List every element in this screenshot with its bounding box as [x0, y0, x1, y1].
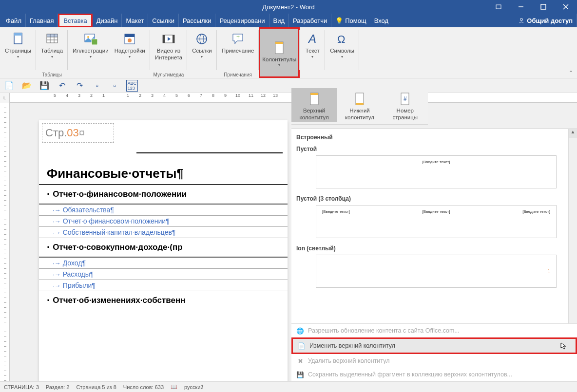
submenu-footer[interactable]: Нижний колонтитул: [337, 88, 382, 122]
gallery-office-update[interactable]: 🌐 Разрешить обновление контента с сайта …: [291, 324, 577, 337]
menu-help[interactable]: 💡Помощ: [331, 14, 370, 27]
chevron-down-icon: ▾: [201, 55, 203, 59]
menu-design[interactable]: Дизайн: [93, 14, 122, 27]
svg-rect-16: [92, 39, 97, 45]
menu-developer[interactable]: Разработчи: [289, 14, 331, 27]
ribbon-symbols[interactable]: Ω Символы ▾: [327, 28, 357, 60]
status-language[interactable]: русский: [184, 384, 203, 390]
svg-point-5: [520, 19, 523, 21]
menu-insert[interactable]: Вставка: [58, 14, 92, 27]
ribbon-options-icon[interactable]: [487, 0, 510, 14]
spelling-icon[interactable]: ABC123: [127, 80, 137, 91]
svg-rect-33: [310, 93, 318, 95]
status-page[interactable]: СТРАНИЦА: 3: [4, 384, 39, 390]
status-section[interactable]: Раздел: 2: [46, 384, 70, 390]
ribbon: Страницы ▾ Таблица ▾ Таблицы Иллюстрации…: [0, 27, 577, 78]
ribbon-comment[interactable]: + Примечание: [219, 28, 257, 56]
open-icon[interactable]: 📂: [21, 80, 32, 91]
collapse-ribbon-icon[interactable]: ⌃: [569, 70, 573, 76]
doc-heading1: Финансовые·отчеты¶: [39, 163, 288, 185]
svg-rect-29: [275, 42, 283, 44]
svg-point-19: [128, 38, 132, 42]
svg-text:A: A: [308, 32, 316, 45]
gallery-remove-header[interactable]: ✖ Удалить верхний колонтитул: [291, 354, 577, 368]
svg-text:#: #: [404, 95, 407, 102]
new-doc-icon[interactable]: 📄: [4, 80, 15, 91]
status-words[interactable]: Число слов: 633: [123, 384, 164, 390]
doc-heading2: Отчет·о·совокупном·доходе·(пр: [39, 238, 288, 258]
minimize-icon[interactable]: [510, 0, 532, 14]
svg-text:+: +: [236, 34, 240, 40]
delete-icon: ✖: [296, 357, 304, 365]
gallery-item-blank[interactable]: [Введите текст]: [316, 155, 557, 188]
status-page-of[interactable]: Страница 5 из 8: [76, 384, 116, 390]
gallery-save-selection[interactable]: 💾 Сохранить выделенный фрагмент в коллек…: [291, 368, 577, 381]
quick-access-toolbar: 📄 📂 💾 ↶ ↷ ▫ ▫ ABC123: [0, 78, 577, 93]
window-title: Документ2 - Word: [262, 3, 314, 11]
svg-point-15: [87, 36, 89, 38]
menu-home[interactable]: Главная: [26, 14, 58, 27]
gallery-item-label: Пустой: [296, 143, 572, 154]
menu-share[interactable]: Общий доступ: [514, 14, 577, 27]
chevron-down-icon: ▾: [278, 63, 280, 67]
ribbon-illustrations[interactable]: Иллюстрации ▾: [70, 28, 112, 60]
gallery-item-ion[interactable]: 1: [316, 255, 557, 288]
undo-icon[interactable]: ↶: [57, 80, 67, 91]
ribbon-video[interactable]: Видео из Интернета: [152, 28, 185, 62]
submenu-pagenumber[interactable]: # Номер страницы: [383, 88, 428, 122]
gallery-section-label: Встроенный: [296, 132, 572, 143]
menu-layout[interactable]: Макет: [122, 14, 148, 27]
qat-icon[interactable]: ▫: [109, 80, 120, 91]
svg-rect-2: [541, 4, 546, 9]
titlebar: Документ2 - Word: [0, 0, 577, 14]
ribbon-addins[interactable]: Надстройки ▾: [112, 28, 148, 60]
doc-heading2: Отчет·о·финансовом·положении: [39, 185, 288, 205]
ribbon-table[interactable]: Таблица ▾: [38, 28, 66, 60]
horizontal-ruler[interactable]: L 54321 12345678910111213: [0, 93, 577, 103]
gallery-item-label: Ion (светлый): [296, 242, 572, 254]
ribbon-text[interactable]: A Текст ▾: [302, 28, 323, 60]
save-icon[interactable]: 💾: [39, 80, 50, 91]
gallery-item-blank3[interactable]: [Введите текст] [Введите текст] [Введите…: [316, 205, 557, 238]
menu-view[interactable]: Вид: [269, 14, 289, 27]
menu-references[interactable]: Ссылки: [148, 14, 179, 27]
document-icon: 📄: [298, 342, 306, 350]
svg-rect-35: [356, 103, 364, 105]
list-item: Доход¶: [39, 258, 288, 269]
list-item: Обязательства¶: [39, 205, 288, 216]
svg-rect-18: [125, 34, 135, 37]
chevron-down-icon: ▾: [17, 55, 19, 59]
page-header[interactable]: Стр.03¤: [42, 123, 114, 143]
chevron-down-icon: ▾: [90, 55, 92, 59]
svg-rect-13: [47, 34, 58, 37]
ribbon-pages[interactable]: Страницы ▾: [2, 28, 34, 60]
chevron-down-icon: ▾: [129, 55, 131, 59]
menu-mailings[interactable]: Рассылки: [179, 14, 215, 27]
cursor-icon: [560, 342, 568, 350]
redo-icon[interactable]: ↷: [74, 80, 85, 91]
globe-icon: 🌐: [296, 327, 304, 335]
menu-signin[interactable]: Вход: [370, 14, 392, 27]
headerfooter-submenu: Верхний колонтитул Нижний колонтитул # Н…: [291, 86, 428, 125]
close-icon[interactable]: [555, 0, 577, 14]
gallery-edit-header[interactable]: 📄 Изменить верхний колонтитул: [291, 337, 577, 354]
svg-rect-0: [496, 5, 501, 9]
ribbon-headerfooter[interactable]: Колонтитулы ▾: [259, 27, 300, 78]
document-page: Стр.03¤ Финансовые·отчеты¶ Отчет·о·финан…: [39, 120, 288, 381]
scroll-up-icon[interactable]: ▲: [569, 129, 577, 138]
qat-icon[interactable]: ▫: [92, 80, 102, 91]
chevron-down-icon: ▾: [311, 55, 313, 59]
list-item: Отчет·о·финансовом·положении¶: [39, 216, 288, 227]
vertical-ruler[interactable]: [0, 103, 10, 381]
ruler-corner: L: [0, 93, 10, 103]
proofing-icon[interactable]: 📖: [171, 384, 177, 390]
menu-file[interactable]: Файл: [2, 14, 26, 27]
chevron-down-icon: ▾: [51, 55, 53, 59]
header-gallery: Встроенный Пустой [Введите текст] Пустой…: [291, 129, 577, 381]
submenu-header[interactable]: Верхний колонтитул: [291, 88, 337, 122]
save-icon: 💾: [296, 371, 304, 378]
menu-review[interactable]: Рецензировани: [215, 14, 269, 27]
doc-heading2: Отчет·об·изменениях·собственн: [39, 291, 288, 310]
maximize-icon[interactable]: [532, 0, 555, 14]
ribbon-links[interactable]: Ссылки ▾: [189, 28, 215, 60]
